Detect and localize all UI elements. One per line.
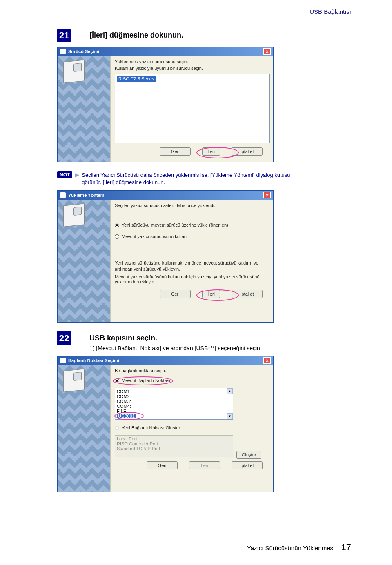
port-item[interactable]: FILE:: [117, 409, 231, 414]
page-number: 17: [341, 542, 351, 552]
separator: [80, 331, 80, 345]
radio-icon: [115, 223, 119, 227]
port-item[interactable]: COM2:: [117, 394, 231, 399]
radio-new-port[interactable]: Yeni Bağlantı Noktası Oluştur: [115, 425, 270, 430]
port-select-screenshot: Bağlantı Noktası Seçimi ✕ Bir bağlantı n…: [57, 356, 351, 492]
printer-icon: [63, 369, 85, 392]
next-button[interactable]: İleri: [202, 290, 220, 298]
method-intro: Seçilen yazıcı sürücüsü zaten daha önce …: [115, 203, 270, 208]
port-item[interactable]: COM3:: [117, 399, 231, 404]
port-item[interactable]: COM1:: [117, 389, 231, 394]
dialog-title: Sürücü Seçimi: [68, 49, 99, 54]
radio-label: Mevcut Bağlantı Noktası: [122, 378, 170, 383]
back-button[interactable]: Geri: [160, 290, 191, 298]
step-number-21: 21: [57, 29, 71, 42]
method-desc-2: Mevcut yazıcı sürücüsünü kullanmak için …: [115, 274, 270, 284]
back-button[interactable]: Geri: [160, 147, 191, 156]
section-header: USB Bağlantısı: [33, 8, 351, 16]
close-icon[interactable]: ✕: [263, 357, 271, 364]
install-method-dialog: Yükleme Yöntemi ✕ Seçilen yazıcı sürücüs…: [57, 190, 274, 323]
note-arrow-icon: ▶: [75, 171, 79, 178]
step-21-header: 21 [İleri] düğmesine dokunun.: [57, 29, 351, 42]
dialog-title: Bağlantı Noktası Seçimi: [68, 358, 119, 363]
side-graphic: [58, 365, 111, 492]
side-graphic: [58, 56, 111, 162]
port-select-dialog: Bağlantı Noktası Seçimi ✕ Bir bağlantı n…: [57, 356, 274, 492]
port-intro: Bir bağlantı noktası seçin.: [115, 368, 270, 373]
radio-label: Yeni sürücüyü mevcut sürücü üzerine yükl…: [122, 222, 228, 227]
cancel-button[interactable]: İptal et: [232, 290, 263, 298]
window-icon: [60, 49, 66, 54]
dialog-title: Yükleme Yöntemi: [68, 193, 106, 198]
step-number-22: 22: [57, 331, 71, 345]
radio-icon: [115, 234, 119, 239]
radio-icon: [115, 378, 119, 383]
dialog-titlebar: Yükleme Yöntemi ✕: [58, 191, 273, 200]
note-block: NOT ▶ Seçilen Yazıcı Sürücüsü daha önced…: [57, 171, 351, 186]
radio-use-existing[interactable]: Mevcut yazıcı sürücüsünü kullan: [115, 234, 270, 239]
install-method-screenshot: Yükleme Yöntemi ✕ Seçilen yazıcı sürücüs…: [57, 190, 351, 323]
port-item[interactable]: COM4:: [117, 404, 231, 409]
footer-text: Yazıcı Sürücüsünün Yüklenmesi: [247, 545, 335, 552]
note-text: Seçilen Yazıcı Sürücüsü daha önceden yük…: [82, 171, 302, 186]
cancel-button[interactable]: İptal et: [232, 147, 263, 156]
port-item-selected[interactable]: USB001: [117, 414, 136, 418]
driver-select-screenshot: Sürücü Seçimi ✕ Yüklenecek yazıcı sürücü…: [57, 47, 351, 162]
back-button[interactable]: Geri: [147, 461, 178, 469]
method-desc-1: Yeni yazıcı sürücüsünü kullanmak için ön…: [115, 260, 270, 272]
disabled-item: RISO Controller Port: [117, 441, 231, 446]
next-button[interactable]: İleri: [189, 461, 220, 469]
port-type-list-disabled: Local Port RISO Controller Port Standard…: [115, 435, 233, 457]
step-21-title: [İleri] düğmesine dokunun.: [89, 29, 183, 40]
close-icon[interactable]: ✕: [263, 192, 271, 198]
scroll-up-icon[interactable]: ▲: [227, 388, 233, 394]
dialog-titlebar: Sürücü Seçimi ✕: [58, 47, 273, 56]
dialog-titlebar: Bağlantı Noktası Seçimi ✕: [58, 356, 273, 365]
radio-install-new[interactable]: Yeni sürücüyü mevcut sürücü üzerine yükl…: [115, 222, 270, 227]
radio-label: Yeni Bağlantı Noktası Oluştur: [122, 425, 180, 430]
disabled-item: Local Port: [117, 436, 231, 441]
driver-list[interactable]: RISO EZ 5 Series: [115, 74, 270, 143]
next-button[interactable]: İleri: [202, 147, 220, 156]
window-icon: [60, 192, 66, 198]
disabled-item: Standard TCP/IP Port: [117, 446, 231, 451]
page-footer: Yazıcı Sürücüsünün Yüklenmesi 17: [247, 542, 351, 553]
step-22-header: 22 USB kapısını seçin. 1) [Mevcut Bağlan…: [57, 331, 351, 351]
driver-list-item-selected[interactable]: RISO EZ 5 Series: [117, 76, 156, 82]
driver-select-dialog: Sürücü Seçimi ✕ Yüklenecek yazıcı sürücü…: [57, 47, 274, 162]
cancel-button[interactable]: İptal et: [232, 461, 263, 469]
instruction-2: Kullanılan yazıcıyla uyumlu bir sürücü s…: [115, 66, 270, 71]
side-graphic: [58, 200, 111, 322]
printer-icon: [63, 60, 85, 83]
radio-icon: [115, 426, 119, 430]
close-icon[interactable]: ✕: [263, 48, 271, 55]
radio-label: Mevcut yazıcı sürücüsünü kullan: [122, 234, 187, 239]
radio-existing-port[interactable]: Mevcut Bağlantı Noktası: [115, 378, 270, 383]
port-list[interactable]: COM1: COM2: COM3: COM4: FILE: USB001 ▲ ▼: [115, 388, 233, 420]
printer-icon: [63, 204, 85, 227]
scroll-down-icon[interactable]: ▼: [227, 413, 233, 419]
step-22-title: USB kapısını seçin.: [89, 331, 262, 343]
instruction-1: Yüklenecek yazıcı sürücüsünü seçin.: [115, 59, 270, 64]
step-22-subtitle: 1) [Mevcut Bağlantı Noktası] ve ardından…: [89, 345, 262, 351]
page-content: 21 [İleri] düğmesine dokunun. Sürücü Seç…: [0, 0, 392, 492]
window-icon: [60, 358, 66, 363]
note-badge: NOT: [57, 171, 72, 178]
separator: [80, 29, 80, 42]
